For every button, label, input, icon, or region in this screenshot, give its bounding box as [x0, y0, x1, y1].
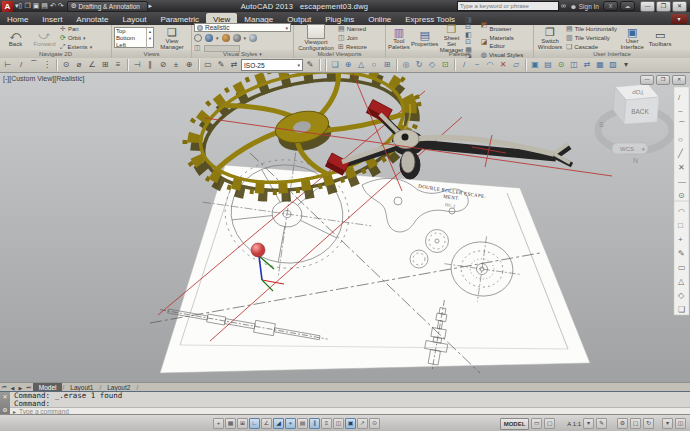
- dim-break-icon[interactable]: ⊘: [157, 59, 169, 71]
- rt-erase-icon[interactable]: ✕: [678, 163, 685, 172]
- rt-point-icon[interactable]: +: [678, 235, 683, 244]
- user-interface-button[interactable]: ▣ User Interface: [619, 26, 645, 50]
- panel-label-user-interface[interactable]: User Interface: [534, 50, 690, 58]
- tab-annotate[interactable]: Annotate: [69, 13, 115, 25]
- wireframe-style-icon[interactable]: [194, 34, 202, 42]
- palette-grid-icon-1[interactable]: ◨ ⊟: [465, 16, 478, 30]
- visual-style-dropdown[interactable]: Realistic ▾: [194, 23, 291, 32]
- tab-first-icon[interactable]: ⏮: [0, 384, 9, 391]
- modify-rotate-icon[interactable]: ↻: [413, 59, 425, 71]
- layer-icon[interactable]: ▣: [529, 59, 541, 71]
- dyn-toggle[interactable]: ∥: [309, 418, 320, 429]
- dim-angular-icon[interactable]: ∠: [86, 59, 98, 71]
- viewport-label[interactable]: [-][Custom View][Realistic]: [3, 75, 85, 82]
- dim-baseline-icon[interactable]: ≡: [112, 59, 124, 71]
- block-icon[interactable]: ▦: [594, 59, 606, 71]
- command-close-icon[interactable]: ✕: [2, 393, 7, 400]
- performance-icon[interactable]: ↻: [643, 418, 654, 429]
- qat-expand-icon[interactable]: ▸: [148, 0, 152, 12]
- tab-online[interactable]: Online: [361, 13, 398, 25]
- rt-arc-icon[interactable]: ⌒: [678, 121, 686, 130]
- draw-circle-icon[interactable]: ⊙: [555, 59, 567, 71]
- rt-polygon-icon[interactable]: ▭: [678, 263, 686, 272]
- back-button[interactable]: ⤺ Back: [2, 29, 29, 47]
- tool-palettes-button[interactable]: ▥ Tool Palettes: [388, 26, 410, 50]
- materials-editor-button[interactable]: ◪Materials Editor: [481, 34, 531, 50]
- qat-undo-icon[interactable]: ↶: [50, 0, 56, 12]
- hatch-icon[interactable]: ▨: [607, 59, 619, 71]
- rt-mirror-icon[interactable]: △: [678, 277, 685, 286]
- tab-home[interactable]: Home: [0, 13, 35, 25]
- tab-prev-icon[interactable]: ◀: [9, 385, 17, 391]
- autocad-logo-icon[interactable]: A: [2, 1, 13, 12]
- dim-ordinate-icon[interactable]: ⋮: [41, 59, 53, 71]
- quick-view-drawings-icon[interactable]: ▢: [544, 418, 555, 429]
- toolbar-lock-icon[interactable]: ▢: [630, 418, 641, 429]
- draw-rect-icon[interactable]: ▱: [510, 59, 522, 71]
- tile-horizontally-button[interactable]: ▤Tile Horizontally: [566, 25, 617, 33]
- workspace-switch-icon[interactable]: ⚙: [617, 418, 628, 429]
- infer-constraints-toggle[interactable]: +: [213, 418, 224, 429]
- modify-scale-icon[interactable]: ◇: [426, 59, 438, 71]
- rt-rect-icon[interactable]: □: [678, 221, 683, 230]
- views-list-scroll[interactable]: ▲▼: [146, 28, 153, 49]
- ribbon-minimize-icon[interactable]: ▾: [671, 14, 687, 24]
- tile-vertically-button[interactable]: ▥Tile Vertically: [566, 34, 617, 42]
- ortho-toggle[interactable]: ∟: [249, 418, 260, 429]
- viewcube-north[interactable]: N: [633, 157, 638, 164]
- snap-toggle[interactable]: ▦: [225, 418, 236, 429]
- xray-style-icon[interactable]: [233, 34, 241, 42]
- grid-toggle[interactable]: ⊞: [237, 418, 248, 429]
- modify-erase-icon[interactable]: ❏: [329, 59, 341, 71]
- modify-offset-icon[interactable]: ○: [368, 59, 380, 71]
- modify-move-icon[interactable]: ◎: [400, 59, 412, 71]
- tab-last-icon[interactable]: ⏭: [24, 384, 33, 391]
- doc-restore-button[interactable]: ❐: [656, 75, 670, 85]
- sign-in[interactable]: ☻ Sign In: [570, 3, 599, 10]
- otrack-toggle[interactable]: ⌖: [285, 418, 296, 429]
- exchange-apps-icon[interactable]: X: [603, 1, 618, 11]
- sketchy-style-icon[interactable]: [222, 34, 230, 42]
- rt-circle-icon[interactable]: ○: [678, 135, 683, 144]
- qat-save-icon[interactable]: ▣: [33, 0, 40, 12]
- modify-chamfer-icon[interactable]: ⇄: [581, 59, 593, 71]
- switch-windows-button[interactable]: ❐ Switch Windows: [536, 26, 564, 50]
- modify-copy-icon[interactable]: ⊕: [342, 59, 354, 71]
- ducs-toggle[interactable]: ▤: [297, 418, 308, 429]
- dim-style-dropdown[interactable]: ISO-25 ▾: [241, 59, 303, 71]
- drawing-canvas[interactable]: DOUBLE ROLLER ESCAPE- MENT. FIG. 2: [0, 73, 690, 382]
- dim-radius-icon[interactable]: ⊙: [60, 59, 72, 71]
- qat-plot-icon[interactable]: ▤: [41, 0, 48, 12]
- rt-spline-icon[interactable]: ◠: [678, 207, 685, 216]
- search-input[interactable]: [457, 1, 559, 11]
- dim-space-icon[interactable]: ∥: [144, 59, 156, 71]
- modify-stretch-icon[interactable]: ⊡: [439, 59, 451, 71]
- lwt-toggle[interactable]: ≡: [321, 418, 332, 429]
- modify-fillet-icon[interactable]: ◫: [568, 59, 580, 71]
- properties-button[interactable]: ▤ Properties: [412, 29, 438, 47]
- qat-new-icon[interactable]: ▯: [19, 0, 23, 12]
- viewport-configuration-button[interactable]: Viewport Configuration: [296, 24, 336, 51]
- close-button[interactable]: ✕: [672, 1, 687, 12]
- draw-arc-icon[interactable]: ◠: [484, 59, 496, 71]
- panel-label-navigate[interactable]: Navigate 2D: [0, 50, 111, 58]
- doc-minimize-button[interactable]: —: [640, 75, 654, 85]
- command-wrench-icon[interactable]: ⚙: [2, 406, 7, 413]
- rt-hatch-icon[interactable]: ◇: [678, 291, 685, 300]
- annotation-scale[interactable]: A 1:1: [567, 421, 581, 427]
- model-space-button[interactable]: MODEL: [500, 418, 530, 430]
- quick-properties-toggle[interactable]: ▣: [345, 418, 356, 429]
- dim-style-edit-icon[interactable]: ✎: [304, 59, 316, 71]
- qat-redo-icon[interactable]: ↷: [58, 0, 64, 12]
- dim-quick-icon[interactable]: ⊞: [99, 59, 111, 71]
- toolbars-button[interactable]: ▭ Toolbars: [647, 29, 673, 47]
- views-list[interactable]: Top Bottom Left ▲▼: [114, 27, 154, 48]
- dim-continue-icon[interactable]: ⊣: [131, 59, 143, 71]
- osnap-toggle[interactable]: ◢: [273, 418, 284, 429]
- viewcube-south[interactable]: S: [599, 121, 604, 128]
- ucs-origin-sphere[interactable]: [251, 243, 265, 257]
- restore-button[interactable]: ❐: [656, 1, 671, 12]
- materials-browser-button[interactable]: ◩Materials Browser: [481, 17, 531, 33]
- annotation-visibility-icon[interactable]: ▾: [583, 418, 594, 429]
- polar-toggle[interactable]: ∠: [261, 418, 272, 429]
